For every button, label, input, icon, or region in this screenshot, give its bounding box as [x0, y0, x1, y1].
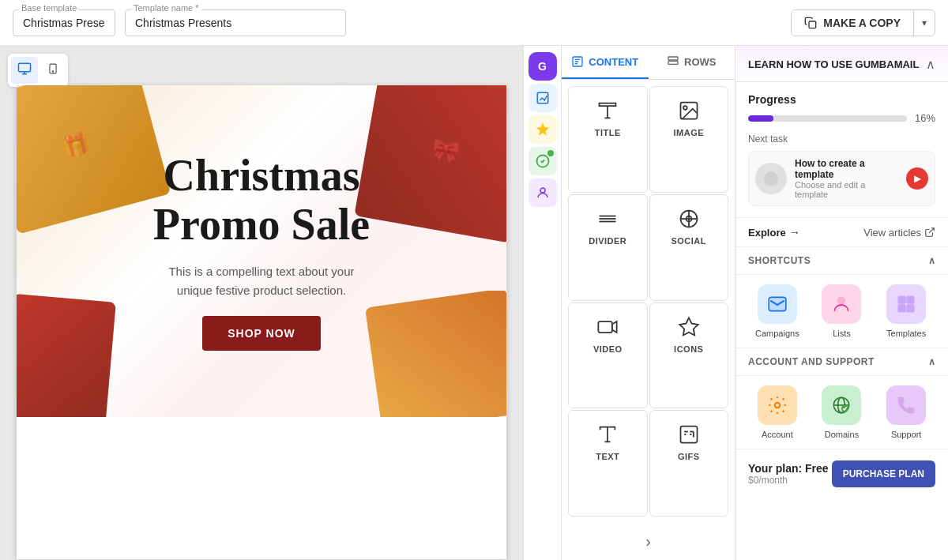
templates-svg-icon	[896, 294, 916, 314]
make-copy-main-button[interactable]: MAKE A COPY	[792, 10, 914, 36]
content-item-text[interactable]: TEXT	[568, 410, 648, 517]
base-template-input[interactable]	[13, 9, 115, 36]
sidebar-icon-star[interactable]	[529, 115, 557, 144]
svg-line-26	[929, 228, 934, 233]
title-icon	[596, 100, 619, 122]
explore-link[interactable]: Explore →	[748, 226, 800, 239]
learn-header: LEARN HOW TO USE GUMBAMAIL ∧	[735, 46, 948, 82]
sidebar-icon-user[interactable]	[529, 179, 557, 207]
user-icon	[536, 186, 550, 200]
shortcuts-label: SHORTCUTS	[748, 255, 811, 266]
svg-point-13	[683, 106, 687, 110]
canvas-area[interactable]: 🎁 🎀 Christmas	[0, 46, 523, 560]
content-item-social[interactable]: SOCIAL	[649, 194, 729, 301]
svg-rect-30	[898, 296, 905, 303]
plan-title: Your plan: Free	[748, 462, 829, 475]
view-articles-link[interactable]: View articles	[863, 227, 935, 239]
svg-rect-9	[668, 57, 678, 60]
gifs-icon	[678, 423, 700, 445]
account-item-account[interactable]: Account	[748, 385, 807, 439]
mobile-icon	[47, 62, 58, 76]
progress-bar-fill	[748, 115, 773, 122]
content-more-button[interactable]: ›	[562, 523, 735, 560]
learn-collapse-button[interactable]: ∧	[926, 57, 935, 72]
email-preview: 🎁 🎀 Christmas	[17, 85, 506, 559]
hero-text: Christmas Promo Sale This is a compellin…	[151, 152, 372, 350]
plan-info: Your plan: Free $0/month	[748, 462, 829, 486]
svg-rect-24	[680, 427, 697, 443]
tab-rows[interactable]: ROWS	[649, 46, 735, 79]
task-play-button[interactable]: ▶	[906, 167, 928, 190]
panel-tabs: CONTENT ROWS	[562, 46, 735, 80]
account-item-support[interactable]: Support	[877, 385, 935, 439]
make-copy-dropdown-arrow[interactable]: ▾	[914, 11, 935, 35]
email-hero: 🎁 🎀 Christmas	[17, 85, 506, 417]
shortcuts-grid: Campaigns Lists	[735, 275, 948, 348]
shortcut-templates[interactable]: Templates	[877, 284, 935, 338]
shortcut-campaigns[interactable]: Campaigns	[748, 284, 807, 338]
lists-icon	[822, 284, 861, 324]
campaigns-svg-icon	[767, 294, 788, 314]
sidebar-icon-gumbamail[interactable]: G	[529, 52, 557, 81]
templates-label: Templates	[886, 329, 926, 338]
svg-marker-23	[679, 318, 698, 335]
svg-marker-22	[612, 321, 617, 333]
support-label: Support	[891, 430, 922, 439]
account-item-domains[interactable]: Domains	[813, 385, 871, 439]
progress-percentage: 16%	[915, 112, 935, 124]
svg-rect-0	[809, 21, 816, 28]
task-subtitle: Choose and edit a template	[795, 180, 898, 199]
tab-content[interactable]: CONTENT	[562, 46, 649, 79]
chart-icon	[536, 91, 550, 105]
templates-icon	[886, 284, 926, 324]
desktop-view-button[interactable]	[11, 57, 38, 84]
content-item-video[interactable]: VIDEO	[568, 303, 648, 409]
next-task-label: Next task	[748, 133, 935, 145]
mobile-view-button[interactable]	[41, 57, 65, 84]
learn-panel: LEARN HOW TO USE GUMBAMAIL ∧ Progress 16…	[735, 46, 948, 560]
explore-row: Explore → View articles	[735, 218, 948, 247]
content-item-gifs[interactable]: GIFS	[649, 410, 729, 517]
svg-point-34	[775, 403, 781, 408]
content-panel: CONTENT ROWS TITLE IMAGE DIVIDER	[561, 46, 735, 560]
account-support-label: ACCOUNT AND SUPPORT	[748, 356, 875, 367]
svg-point-7	[540, 188, 545, 193]
sidebar-icon-check[interactable]	[529, 147, 557, 175]
shop-now-button[interactable]: SHOP NOW	[202, 316, 321, 351]
domains-svg-icon	[831, 395, 852, 415]
base-template-label: Base template	[19, 3, 79, 13]
progress-section: Progress 16% Next task How to create a t…	[735, 82, 948, 218]
content-item-title[interactable]: TITLE	[568, 86, 648, 193]
content-item-divider[interactable]: DIVIDER	[568, 194, 648, 301]
svg-rect-21	[599, 321, 613, 333]
next-task-card[interactable]: How to create a template Choose and edit…	[748, 151, 935, 206]
svg-rect-10	[668, 61, 678, 64]
content-item-image[interactable]: IMAGE	[649, 86, 729, 193]
task-info: How to create a template Choose and edit…	[795, 158, 898, 199]
plan-price: $0/month	[748, 475, 829, 486]
account-svg-icon	[767, 395, 788, 415]
content-grid: TITLE IMAGE DIVIDER SOCIAL VIDEO	[562, 80, 735, 523]
lists-label: Lists	[833, 329, 851, 338]
check-icon	[536, 154, 550, 168]
progress-bar-background	[748, 115, 907, 122]
sidebar-icon-chart[interactable]	[529, 84, 557, 112]
content-item-icons[interactable]: ICONS	[649, 303, 729, 409]
svg-rect-1	[19, 63, 31, 72]
purchase-plan-button[interactable]: PURCHASE PLAN	[832, 460, 935, 487]
hero-title: Christmas Promo Sale	[151, 152, 372, 249]
template-name-input[interactable]	[125, 9, 346, 36]
gift-bottom-right	[364, 291, 506, 417]
support-icon	[886, 385, 926, 425]
progress-label: Progress	[748, 93, 935, 106]
campaigns-label: Campaigns	[755, 329, 799, 338]
make-copy-button-group[interactable]: MAKE A COPY ▾	[791, 9, 935, 36]
svg-rect-31	[907, 296, 914, 303]
domains-label: Domains	[825, 430, 859, 439]
desktop-icon	[17, 62, 32, 76]
template-name-field: Template name *	[125, 9, 346, 36]
text-icon	[596, 423, 619, 445]
account-icon	[758, 385, 797, 425]
shortcut-lists[interactable]: Lists	[813, 284, 871, 338]
svg-rect-11	[600, 103, 616, 107]
